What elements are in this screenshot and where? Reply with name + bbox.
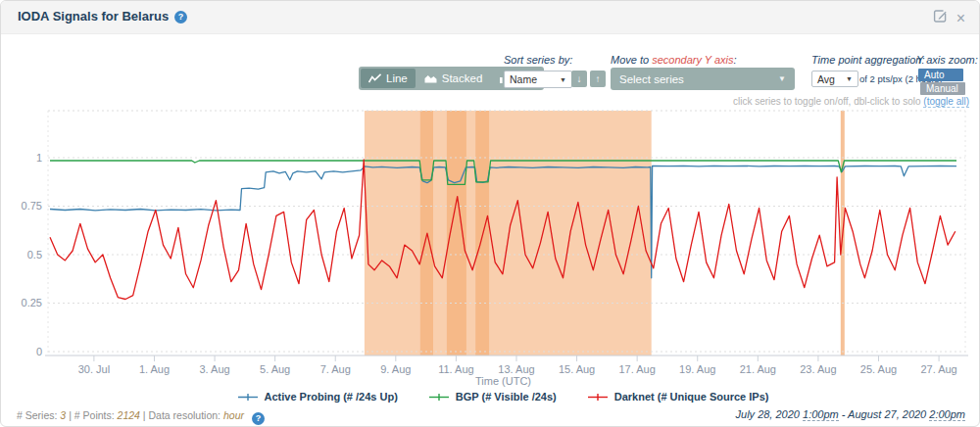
series-count: 3 xyxy=(60,409,66,421)
x-axis-tick-label: 15. Aug xyxy=(559,363,595,375)
legend-item-active-probing[interactable]: Active Probing (# /24s Up) xyxy=(238,391,398,403)
x-axis-tick-label: 11. Aug xyxy=(438,363,474,375)
legend-item-darknet[interactable]: Darknet (# Unique Source IPs) xyxy=(588,391,769,403)
alert-highlight-region xyxy=(475,111,489,356)
help-icon[interactable]: ? xyxy=(252,412,265,425)
end-time-link[interactable]: 2:00pm xyxy=(929,408,965,421)
x-axis-title: Time (UTC) xyxy=(50,375,956,387)
legend-label: BGP (# Visible /24s) xyxy=(456,391,557,403)
x-axis-tick-label: 9. Aug xyxy=(380,363,411,375)
legend-marker-bgp xyxy=(429,393,449,402)
x-axis-tick-label: 27. Aug xyxy=(920,363,956,375)
points-count: 2124 xyxy=(118,409,140,421)
x-axis-tick-label: 30. Jul xyxy=(78,363,110,375)
time-range: July 28, 2020 1:00pm - August 27, 2020 2… xyxy=(736,408,965,420)
x-axis-tick-label: 7. Aug xyxy=(320,363,351,375)
x-axis-tick-label: 21. Aug xyxy=(740,363,776,375)
y-axis-tick-label: 0 xyxy=(36,346,42,357)
x-axis-tick-label: 1. Aug xyxy=(139,363,170,375)
ioda-signals-panel: IODA Signals for Belarus? × Line Stacked… xyxy=(0,0,980,427)
legend-item-bgp[interactable]: BGP (# Visible /24s) xyxy=(429,391,557,403)
legend-marker-darknet xyxy=(588,393,608,402)
x-axis-tick-label: 3. Aug xyxy=(199,363,229,375)
x-axis-tick-label: 17. Aug xyxy=(618,363,655,375)
data-resolution-value: hour xyxy=(223,409,244,421)
legend-marker-active-probing xyxy=(238,393,258,402)
legend-label: Darknet (# Unique Source IPs) xyxy=(614,391,769,403)
x-axis-tick-label: 5. Aug xyxy=(260,363,290,375)
start-time-link[interactable]: 1:00pm xyxy=(803,408,839,421)
y-axis-tick-label: 0.25 xyxy=(22,297,42,308)
x-axis-tick-label: 13. Aug xyxy=(498,363,534,375)
y-axis-tick-label: 0.75 xyxy=(22,200,42,212)
chart-stats: # Series: 3 | # Points: 2124 | Data reso… xyxy=(17,409,265,425)
y-axis-tick-label: 1 xyxy=(36,152,42,164)
x-axis-tick-label: 23. Aug xyxy=(800,363,836,375)
y-axis-tick-label: 0.5 xyxy=(27,249,42,261)
x-axis-tick-label: 19. Aug xyxy=(679,363,715,375)
chart-legend: Active Probing (# /24s Up)BGP (# Visible… xyxy=(50,391,956,403)
x-axis-tick-label: 25. Aug xyxy=(860,363,897,375)
legend-label: Active Probing (# /24s Up) xyxy=(265,391,398,403)
alert-highlight-region xyxy=(365,111,652,356)
signals-chart[interactable]: 00.250.50.75130. Jul1. Aug3. Aug5. Aug7.… xyxy=(1,1,979,426)
